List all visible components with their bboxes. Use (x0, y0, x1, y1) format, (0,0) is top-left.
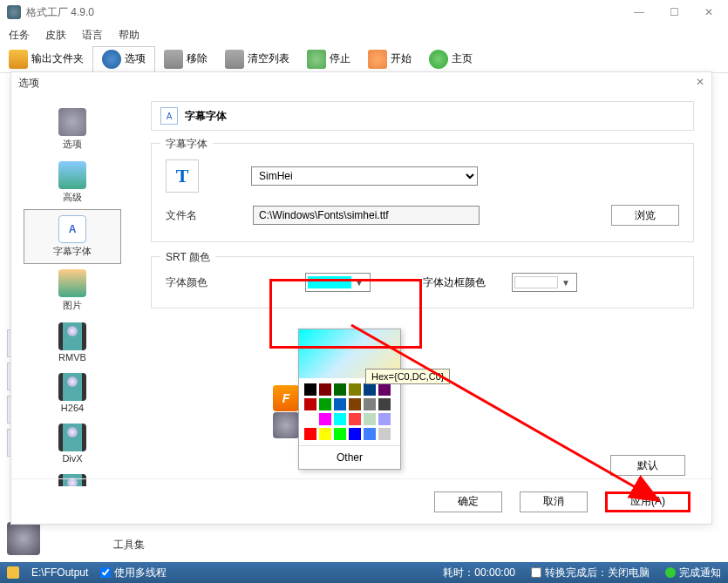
color-cell[interactable] (334, 383, 346, 396)
color-cell[interactable] (349, 383, 361, 396)
font-select[interactable]: SimHei (251, 166, 478, 186)
tool-stop[interactable]: 停止 (298, 47, 359, 71)
color-cell[interactable] (319, 398, 331, 410)
chevron-down-icon: ▼ (561, 278, 570, 288)
toolbar: 输出文件夹 选项 移除 清空列表 停止 开始 主页 (0, 45, 728, 73)
border-color-picker[interactable]: ▼ (512, 273, 577, 292)
filename-label: 文件名 (166, 208, 253, 223)
color-cell[interactable] (334, 428, 346, 440)
browse-button[interactable]: 浏览 (611, 205, 679, 226)
notify-checkbox[interactable]: 完成通知 (665, 566, 721, 580)
color-popup: Other (298, 329, 401, 470)
color-swatch-white (514, 276, 558, 288)
color-cell[interactable] (378, 383, 391, 396)
border-color-label: 字体边框颜色 (423, 275, 486, 290)
color-cell[interactable] (304, 413, 316, 425)
folder-icon (9, 50, 28, 69)
gear-icon (102, 50, 121, 69)
after-convert-checkbox[interactable]: 转换完成后：关闭电脑 (531, 566, 650, 580)
start-icon (368, 50, 387, 69)
dialog-title: 选项 ✕ (11, 72, 711, 94)
color-tooltip: Hex={C0,DC,C0} (365, 369, 450, 384)
legend-srt: SRT 颜色 (160, 250, 215, 265)
ok-button[interactable]: 确定 (434, 491, 502, 512)
menu-skin[interactable]: 皮肤 (45, 28, 66, 43)
sidebar-item-divx[interactable]: DivX (11, 418, 133, 469)
multithread-checkbox[interactable]: 使用多线程 (100, 566, 167, 580)
tool-options[interactable]: 选项 (92, 46, 155, 72)
default-button[interactable]: 默认 (610, 455, 685, 476)
close-button[interactable]: ✕ (697, 3, 721, 21)
fieldset-font: 字幕字体 T SimHei 文件名 浏览 (151, 143, 694, 242)
titlebar: 格式工厂 4.9.0 — ☐ ✕ (0, 0, 728, 24)
apply-button[interactable]: 应用(A) (605, 491, 691, 512)
advanced-icon (58, 161, 86, 189)
sidebar-item-picture[interactable]: 图片 (11, 264, 133, 317)
maximize-button[interactable]: ☐ (662, 3, 686, 21)
menu-lang[interactable]: 语言 (82, 28, 103, 43)
legend-font: 字幕字体 (160, 137, 213, 152)
tool-output-folder[interactable]: 输出文件夹 (0, 47, 92, 71)
film-icon (58, 373, 86, 401)
dialog-close-icon[interactable]: ✕ (696, 76, 704, 88)
color-cell[interactable] (349, 428, 361, 440)
filename-input[interactable] (253, 206, 480, 225)
output-path[interactable]: E:\FFOutput (31, 566, 88, 579)
menu-help[interactable]: 帮助 (119, 28, 139, 43)
color-cell[interactable] (364, 383, 376, 396)
tool-clear[interactable]: 清空列表 (216, 47, 298, 71)
fieldset-srt-color: SRT 颜色 字体颜色 ▼ 字体边框颜色 ▼ (151, 256, 694, 308)
options-dialog: 选项 ✕ 选项 高级 A字幕字体 图片 RMVB H264 DivX A 字幕字… (10, 71, 712, 525)
color-cell[interactable] (349, 413, 361, 425)
color-cell[interactable] (378, 428, 391, 440)
section-title: 字幕字体 (185, 109, 227, 124)
status-dot-icon (665, 567, 676, 578)
font-icon: A (160, 107, 178, 125)
color-cell[interactable] (364, 398, 376, 410)
app-small-icon (273, 412, 299, 438)
font-color-label: 字体颜色 (166, 275, 253, 290)
folder-icon (7, 566, 19, 579)
cancel-button[interactable]: 取消 (520, 491, 588, 512)
color-cell[interactable] (349, 398, 361, 410)
color-cell[interactable] (364, 413, 376, 425)
film-icon (58, 322, 86, 350)
tool-home[interactable]: 主页 (420, 47, 481, 71)
color-swatch-cyan (308, 276, 351, 288)
ff-logo-icon: F (273, 385, 299, 411)
color-cell[interactable] (304, 428, 316, 440)
section-header: A 字幕字体 (151, 101, 694, 131)
tool-start[interactable]: 开始 (359, 47, 420, 71)
tool-remove[interactable]: 移除 (155, 47, 216, 71)
dialog-footer: 确定 取消 应用(A) (11, 478, 711, 524)
bg-toolset-label: 工具集 (113, 538, 145, 552)
film-icon (58, 424, 86, 451)
color-cell[interactable] (319, 428, 331, 440)
menu-task[interactable]: 任务 (9, 28, 30, 43)
color-cell[interactable] (364, 428, 376, 440)
color-cell[interactable] (378, 398, 391, 410)
color-other-button[interactable]: Other (299, 445, 400, 469)
color-cell[interactable] (304, 398, 316, 410)
color-cell[interactable] (319, 383, 331, 396)
sidebar-item-options[interactable]: 选项 (11, 103, 133, 156)
color-cell[interactable] (319, 413, 331, 425)
statusbar: E:\FFOutput 使用多线程 耗时：00:00:00 转换完成后：关闭电脑… (0, 562, 728, 583)
color-grid (299, 378, 400, 445)
remove-icon (164, 50, 183, 69)
color-cell[interactable] (334, 398, 346, 410)
sidebar-item-h264[interactable]: H264 (11, 368, 133, 418)
minimize-button[interactable]: — (627, 3, 651, 21)
color-cell[interactable] (304, 383, 316, 396)
bg-tool-icon[interactable] (7, 522, 40, 555)
app-icon (7, 5, 21, 19)
color-cell[interactable] (334, 413, 346, 425)
sidebar-item-subtitle-font[interactable]: A字幕字体 (24, 209, 121, 264)
elapsed-time: 耗时：00:00:00 (443, 566, 515, 580)
content-pane: A 字幕字体 字幕字体 T SimHei 文件名 浏览 SRT 颜色 (133, 94, 711, 486)
clear-icon (225, 50, 244, 69)
sidebar-item-advanced[interactable]: 高级 (11, 156, 133, 209)
color-cell[interactable] (378, 413, 391, 425)
sidebar-item-rmvb[interactable]: RMVB (11, 317, 133, 368)
font-color-picker[interactable]: ▼ (305, 273, 371, 292)
